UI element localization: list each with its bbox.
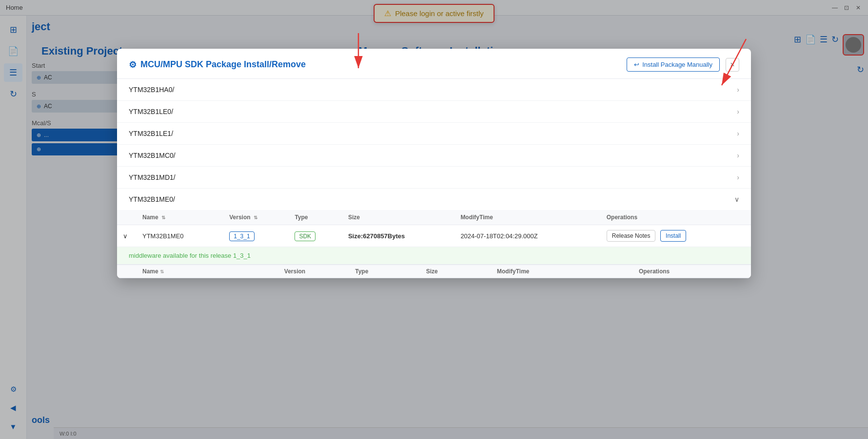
- table-header-row: Name ⇅ Version ⇅ Type Size ModifyTime Op…: [117, 210, 751, 225]
- install-button[interactable]: Install: [660, 230, 686, 242]
- package-expanded-ytm32b1me0: YTM32B1ME0/ ∨ Name ⇅ Version: [117, 189, 751, 278]
- chevron-right-icon: ›: [737, 130, 739, 137]
- chevron-right-icon: ›: [737, 86, 739, 94]
- package-item-ytm32b1md1[interactable]: YTM32B1MD1/ ›: [117, 167, 751, 189]
- row-name-cell: YTM32B1ME0: [137, 225, 223, 247]
- middleware-note: middleware available for this release 1_…: [117, 247, 751, 265]
- modal-header: ⚙ MCU/MPU SDK Package Install/Remove ↩ I…: [117, 49, 751, 79]
- col-modify-time: ModifyTime: [454, 210, 600, 225]
- sort-version-icon[interactable]: ⇅: [254, 215, 257, 220]
- row-modifytime-cell: 2024-07-18T02:04:29.000Z: [454, 225, 600, 247]
- expand-icon: ∨: [123, 232, 128, 240]
- row-expand-cell[interactable]: ∨: [117, 225, 137, 247]
- package-item-ytm32b1ha0[interactable]: YTM32B1HA0/ ›: [117, 79, 751, 101]
- col-name: Name ⇅: [137, 210, 223, 225]
- chevron-right-icon: ›: [737, 173, 739, 181]
- install-package-manually-button[interactable]: ↩ Install Package Manually: [627, 57, 720, 72]
- modal-title-icon: ⚙: [129, 59, 137, 70]
- sub-table-header: Name ⇅ Version Type Size ModifyTime Oper…: [117, 265, 751, 278]
- chevron-right-icon: ›: [737, 108, 739, 115]
- row-type-cell: SDK: [289, 225, 342, 247]
- sort-name-icon[interactable]: ⇅: [161, 215, 165, 220]
- package-expanded-header[interactable]: YTM32B1ME0/ ∨: [117, 189, 751, 210]
- row-size-cell: Size:6270857Bytes: [342, 225, 454, 247]
- row-operations-cell: Release Notes Install: [601, 225, 751, 247]
- chevron-right-icon: ›: [737, 152, 739, 159]
- modal-header-actions: ↩ Install Package Manually ×: [627, 57, 739, 72]
- package-table: Name ⇅ Version ⇅ Type Size ModifyTime Op…: [117, 210, 751, 247]
- modal-close-button[interactable]: ×: [726, 58, 739, 72]
- modal-dialog: ⚙ MCU/MPU SDK Package Install/Remove ↩ I…: [117, 49, 751, 278]
- col-expand: [117, 210, 137, 225]
- release-notes-button[interactable]: Release Notes: [607, 230, 656, 242]
- modal-title: ⚙ MCU/MPU SDK Package Install/Remove: [129, 59, 306, 70]
- col-operations: Operations: [601, 210, 751, 225]
- modal-overlay: ⚙ MCU/MPU SDK Package Install/Remove ↩ I…: [0, 0, 868, 439]
- install-pkg-icon: ↩: [634, 61, 639, 68]
- chevron-down-icon: ∨: [734, 195, 739, 203]
- col-size: Size: [342, 210, 454, 225]
- package-item-ytm32b1mc0[interactable]: YTM32B1MC0/ ›: [117, 145, 751, 167]
- sdk-badge: SDK: [295, 231, 316, 241]
- row-version-cell: 1_3_1: [223, 225, 289, 247]
- col-version: Version ⇅: [223, 210, 289, 225]
- modal-body[interactable]: YTM32B1HA0/ › YTM32B1LE0/ › YTM32B1LE1/ …: [117, 79, 751, 278]
- table-row: ∨ YTM32B1ME0 1_3_1 SDK: [117, 225, 751, 247]
- package-item-ytm32b1le0[interactable]: YTM32B1LE0/ ›: [117, 101, 751, 123]
- package-item-ytm32b1le1[interactable]: YTM32B1LE1/ ›: [117, 123, 751, 145]
- col-type: Type: [289, 210, 342, 225]
- version-badge: 1_3_1: [229, 231, 254, 241]
